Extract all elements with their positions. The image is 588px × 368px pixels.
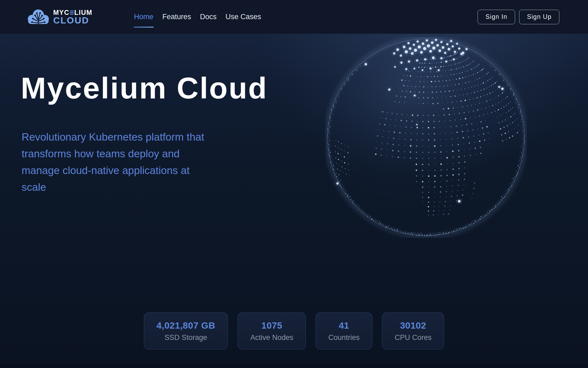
stat-value: 1075 <box>250 320 293 331</box>
stat-label: CPU Cores <box>395 333 432 342</box>
nav-link-use-cases[interactable]: Use Cases <box>225 12 261 22</box>
stat-value: 30102 <box>395 320 432 331</box>
stats-row: 4,021,807 GB SSD Storage 1075 Active Nod… <box>0 312 588 349</box>
stylized-e-bars-icon <box>70 11 74 15</box>
nav-link-home[interactable]: Home <box>134 12 154 22</box>
stat-label: Countries <box>328 333 360 342</box>
sign-in-button[interactable]: Sign In <box>478 10 515 24</box>
globe-visualization <box>325 37 527 238</box>
mycelium-cloud-logo-icon <box>27 8 50 26</box>
page-title: Mycelium Cloud <box>21 71 268 105</box>
stat-card-cpu-cores: 30102 CPU Cores <box>382 312 444 349</box>
hero-subtitle: Revolutionary Kubernetes platform that t… <box>22 129 204 196</box>
stat-card-ssd-storage: 4,021,807 GB SSD Storage <box>144 312 228 349</box>
hero-section: Mycelium Cloud Revolutionary Kubernetes … <box>0 34 588 368</box>
stat-card-active-nodes: 1075 Active Nodes <box>238 312 306 349</box>
nav-link-docs[interactable]: Docs <box>200 12 217 22</box>
nav-link-features[interactable]: Features <box>162 12 191 22</box>
auth-buttons: Sign In Sign Up <box>478 10 559 24</box>
sign-up-button[interactable]: Sign Up <box>519 10 559 24</box>
brand-name-line2: CLOUD <box>53 16 92 25</box>
navbar: MYCLIUM CLOUD Home Features Docs Use Cas… <box>0 0 588 34</box>
next-section-edge <box>0 364 588 368</box>
main-nav: Home Features Docs Use Cases <box>134 12 261 22</box>
stat-card-countries: 41 Countries <box>316 312 372 349</box>
stat-value: 4,021,807 GB <box>157 320 215 331</box>
brand[interactable]: MYCLIUM CLOUD <box>27 8 92 26</box>
stat-label: SSD Storage <box>157 333 215 342</box>
stat-value: 41 <box>328 320 360 331</box>
stat-label: Active Nodes <box>250 333 293 342</box>
